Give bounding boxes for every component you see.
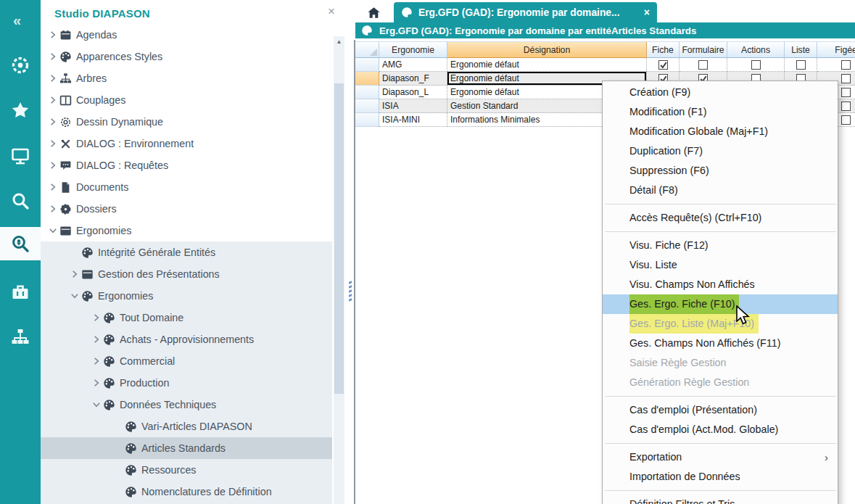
menu-item-visu-liste[interactable]: Visu. Liste (603, 255, 838, 275)
menu-item-exportation[interactable]: Exportation› (603, 447, 838, 467)
menu-item-suppression-f6[interactable]: Suppression (F6) (603, 161, 838, 181)
tree-item-dialog-requ-tes[interactable]: DIALOG : Requêtes (41, 154, 332, 176)
tree-item-dessin-dynamique[interactable]: Dessin Dynamique (41, 111, 332, 133)
chevron-right-icon[interactable] (90, 355, 103, 367)
scroll-up-icon[interactable]: ▲ (334, 38, 344, 45)
rail-item-search[interactable] (0, 186, 41, 215)
cell-ergonomie[interactable]: Diapason_F (379, 72, 447, 86)
menu-item-importation-de-donn-es[interactable]: Importation de Données (603, 467, 838, 487)
table-row-amg[interactable]: AMGErgonomie défaut (355, 58, 855, 72)
rail-item-briefcase[interactable] (0, 278, 41, 307)
select-all-corner-cell[interactable] (355, 41, 379, 58)
tree-item-articles-standards[interactable]: Articles Standards (41, 437, 332, 459)
column-header-formulaire[interactable]: Formulaire (680, 41, 727, 58)
checkbox-unchecked-icon[interactable] (841, 102, 851, 111)
cell-ergonomie[interactable]: Diapason_L (379, 86, 447, 99)
cell-ergonomie[interactable]: ISIA (379, 99, 447, 113)
chevron-right-icon[interactable] (46, 116, 59, 128)
tab-close-icon[interactable]: × (644, 7, 650, 18)
chevron-right-icon[interactable] (46, 160, 59, 171)
row-header-cell[interactable] (355, 58, 379, 72)
column-header-liste[interactable]: Liste (785, 41, 817, 58)
column-header-actions[interactable]: Actions (727, 41, 785, 58)
checkbox-unchecked-icon[interactable] (841, 115, 851, 125)
menu-item-d-finition-filtres-et-tris[interactable]: Définition Filtres et Tris (603, 495, 838, 504)
chevron-right-icon[interactable] (90, 377, 103, 389)
column-header-figée[interactable]: Figée (817, 41, 855, 58)
checkbox-unchecked-icon[interactable] (698, 60, 708, 70)
tree-item-dialog-environnement[interactable]: DIALOG : Environnement (41, 133, 332, 154)
cell-ergonomie[interactable]: ISIA-MINI (379, 113, 447, 127)
menu-item-cas-d-emploi-pr-sentation[interactable]: Cas d'emploi (Présentation) (603, 400, 838, 420)
tree-item-arbres[interactable]: Arbres (41, 67, 332, 89)
menu-item-d-tail-f8[interactable]: Détail (F8) (603, 181, 838, 200)
tree-item-achats-approvisionnements[interactable]: Achats - Approvisionnements (41, 329, 332, 350)
checkbox-unchecked-icon[interactable] (841, 74, 851, 83)
checkbox-unchecked-icon[interactable] (796, 60, 806, 70)
chevron-right-icon[interactable] (46, 30, 59, 41)
column-header-ergonomie[interactable]: Ergonomie (379, 41, 447, 58)
tree-item-vari-articles-diapason[interactable]: Vari-Articles DIAPASON (41, 416, 332, 437)
chevron-down-icon[interactable] (90, 399, 103, 410)
panel-splitter[interactable] (347, 40, 355, 504)
row-header-cell[interactable] (355, 72, 379, 86)
rail-item-screens[interactable] (0, 141, 41, 170)
rail-item-explorer[interactable] (0, 227, 41, 260)
close-icon[interactable]: × (328, 4, 335, 19)
menu-item-ges-champs-non-affich-s-f11[interactable]: Ges. Champs Non Affichés (F11) (603, 334, 838, 353)
tree-item-agendas[interactable]: Agendas (41, 30, 332, 46)
tree-item-nomenclatures-de-d-finition[interactable]: Nomenclatures de Définition (41, 481, 332, 503)
chevron-right-icon[interactable] (46, 73, 59, 84)
chevron-right-icon[interactable] (90, 312, 103, 323)
menu-item-modification-f1[interactable]: Modification (F1) (603, 102, 838, 122)
chevron-right-icon[interactable] (46, 51, 59, 62)
checkbox-unchecked-icon[interactable] (751, 60, 761, 70)
chevron-right-icon[interactable] (46, 94, 59, 106)
checkbox-unchecked-icon[interactable] (841, 88, 851, 97)
chevron-right-icon[interactable] (68, 268, 81, 280)
row-header-cell[interactable] (355, 99, 379, 113)
chevron-down-icon[interactable] (46, 225, 59, 236)
chevron-right-icon[interactable] (46, 203, 59, 215)
rail-item-favorites[interactable] (0, 96, 41, 125)
splitter-grip-icon[interactable] (349, 281, 352, 301)
chevron-right-icon[interactable] (46, 181, 59, 193)
scrollbar-thumb[interactable] (334, 83, 344, 394)
tree-item-commercial[interactable]: Commercial (41, 350, 332, 372)
tree-item-dossiers[interactable]: Dossiers (41, 198, 332, 220)
tree-item-donn-es-techniques[interactable]: Données Techniques (41, 394, 332, 416)
tab-home[interactable] (355, 2, 392, 22)
menu-item-cr-ation-f9[interactable]: Création (F9) (603, 83, 838, 102)
menu-item-visu-champs-non-affich-s[interactable]: Visu. Champs Non Affichés (603, 275, 838, 294)
menu-item-cas-d-emploi-act-mod-globale[interactable]: Cas d'emploi (Act.Mod. Globale) (603, 420, 838, 439)
row-header-cell[interactable] (355, 86, 379, 99)
tree-item-ergonomies[interactable]: Ergonomies (41, 285, 332, 307)
checkbox-unchecked-icon[interactable] (841, 60, 851, 70)
tree-item-tout-domaine[interactable]: Tout Domaine (41, 307, 332, 329)
cell-ergonomie[interactable]: AMG (379, 58, 447, 72)
cell-designation[interactable]: Ergonomie défaut (447, 58, 647, 72)
rail-item-hierarchy[interactable] (0, 323, 41, 352)
tree-item-gestion-des-pr-sentations[interactable]: Gestion des Présentations (41, 263, 332, 285)
tree-scrollbar[interactable]: ▲ (334, 36, 344, 504)
chevron-right-icon[interactable] (46, 138, 59, 149)
column-header-désignation[interactable]: Désignation (447, 41, 647, 58)
chevron-down-icon[interactable] (68, 290, 81, 302)
rail-item-apparences[interactable] (0, 51, 41, 80)
tree-item-production[interactable]: Production (41, 372, 332, 394)
collapse-panel-button[interactable]: « (0, 6, 41, 35)
tab-ergonomie-document[interactable]: Erg.GFD (GAD): Ergonomie par domaine... … (394, 2, 657, 22)
checkbox-checked-icon[interactable] (658, 60, 668, 70)
tree-item-documents[interactable]: Documents (41, 176, 332, 198)
menu-item-modification-globale-maj-f1[interactable]: Modification Globale (Maj+F1) (603, 122, 838, 141)
chevron-right-icon[interactable] (90, 334, 103, 345)
menu-item-ges-ergo-fiche-f10[interactable]: Ges. Ergo. Fiche (F10) (603, 294, 838, 314)
menu-item-visu-fiche-f12[interactable]: Visu. Fiche (F12) (603, 236, 838, 255)
menu-item-acc-s-requ-te-s-ctrl-f10[interactable]: Accès Requête(s) (Ctrl+F10) (603, 208, 838, 228)
tree-item-ressources[interactable]: Ressources (41, 459, 332, 481)
row-header-cell[interactable] (355, 113, 379, 127)
column-header-fiche[interactable]: Fiche (647, 41, 680, 58)
tree-item-int-grit-g-n-rale-entit-s[interactable]: Intégrité Générale Entités (41, 241, 332, 263)
tree-item-ergonomies[interactable]: Ergonomies (41, 220, 332, 241)
menu-item-duplication-f7[interactable]: Duplication (F7) (603, 141, 838, 161)
